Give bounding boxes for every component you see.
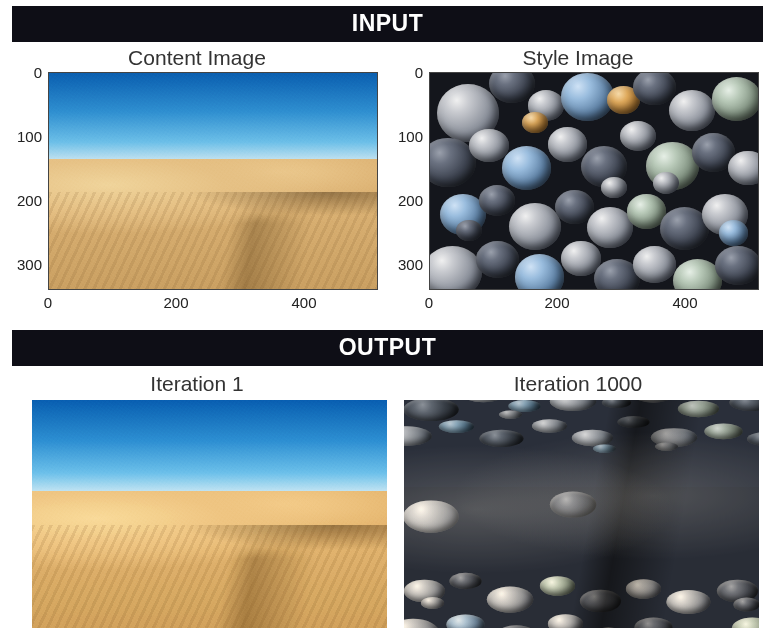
iteration-1000-image bbox=[404, 400, 759, 628]
content-ytick: 300 bbox=[17, 256, 42, 273]
input-section-header: INPUT bbox=[12, 6, 763, 42]
content-ytick: 200 bbox=[17, 192, 42, 209]
style-image-panel: Style Image 0 100 200 300 bbox=[389, 42, 767, 330]
style-ytick: 300 bbox=[398, 256, 423, 273]
style-ytick: 0 bbox=[415, 64, 423, 81]
iteration-1-title: Iteration 1 bbox=[150, 372, 243, 396]
iteration-1000-panel: Iteration 1000 bbox=[389, 368, 767, 628]
style-xtick: 0 bbox=[425, 294, 433, 311]
content-ytick: 0 bbox=[34, 64, 42, 81]
figure-root: INPUT Content Image 0 100 200 300 0 200 … bbox=[0, 0, 775, 631]
style-image-axes: 0 100 200 300 bbox=[389, 72, 767, 330]
output-row: Iteration 1 Iteration 1000 bbox=[8, 368, 767, 628]
style-image bbox=[429, 72, 759, 290]
style-image-title: Style Image bbox=[523, 46, 634, 70]
iteration-1000-title: Iteration 1000 bbox=[514, 372, 642, 396]
style-x-axis: 0 200 400 bbox=[429, 294, 759, 318]
content-xtick: 200 bbox=[163, 294, 188, 311]
content-xtick: 0 bbox=[44, 294, 52, 311]
output-section-header: OUTPUT bbox=[12, 330, 763, 366]
iteration-1-panel: Iteration 1 bbox=[8, 368, 386, 628]
style-xtick: 400 bbox=[672, 294, 697, 311]
style-ytick: 100 bbox=[398, 128, 423, 145]
content-image-panel: Content Image 0 100 200 300 0 200 400 bbox=[8, 42, 386, 330]
style-y-axis: 0 100 200 300 bbox=[389, 72, 429, 290]
content-image bbox=[48, 72, 378, 290]
style-ytick: 200 bbox=[398, 192, 423, 209]
input-row: Content Image 0 100 200 300 0 200 400 bbox=[8, 42, 767, 330]
content-x-axis: 0 200 400 bbox=[48, 294, 378, 318]
content-ytick: 100 bbox=[17, 128, 42, 145]
style-xtick: 200 bbox=[544, 294, 569, 311]
content-xtick: 400 bbox=[291, 294, 316, 311]
content-image-title: Content Image bbox=[128, 46, 266, 70]
content-y-axis: 0 100 200 300 bbox=[8, 72, 48, 290]
content-image-axes: 0 100 200 300 0 200 400 bbox=[8, 72, 386, 330]
iteration-1-image bbox=[32, 400, 387, 628]
